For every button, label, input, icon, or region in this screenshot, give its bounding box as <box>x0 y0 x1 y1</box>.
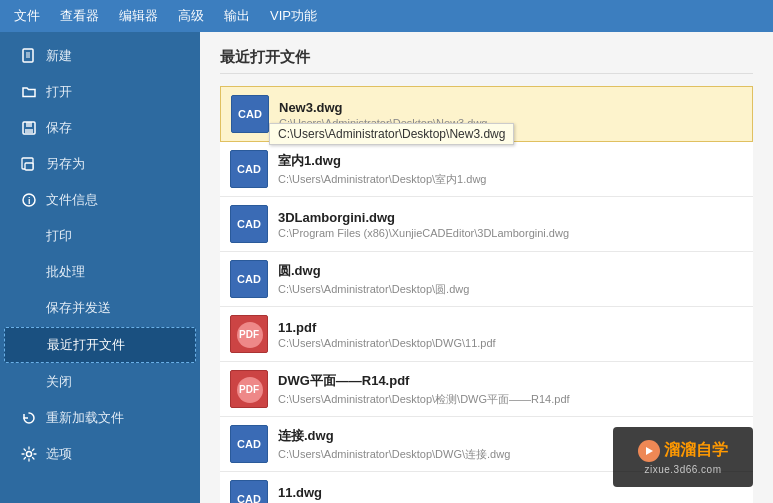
options-icon <box>20 445 38 463</box>
file-item-dwgpdf[interactable]: PDF DWG平面——R14.pdf C:\Users\Administrato… <box>220 362 753 417</box>
file-path-f6: C:\Users\Administrator\Desktop\检测\DWG平面—… <box>278 392 570 407</box>
cad-icon-f3: CAD <box>230 205 268 243</box>
file-path-f5: C:\Users\Administrator\Desktop\DWG\11.pd… <box>278 337 496 349</box>
close-icon <box>20 373 38 391</box>
watermark-url: zixue.3d66.com <box>644 464 721 475</box>
sidebar-label-open: 打开 <box>46 83 72 101</box>
sidebar-item-new[interactable]: 新建 <box>4 39 196 73</box>
file-info-f5: 11.pdf C:\Users\Administrator\Desktop\DW… <box>278 320 496 349</box>
sidebar-label-savesend: 保存并发送 <box>46 299 111 317</box>
sidebar-item-batch[interactable]: 批处理 <box>4 255 196 289</box>
sidebar-item-save[interactable]: 保存 <box>4 111 196 145</box>
file-name-f3: 3DLamborgini.dwg <box>278 210 569 225</box>
menu-bar: 文件 查看器 编辑器 高级 输出 VIP功能 <box>0 0 773 32</box>
sidebar-label-print: 打印 <box>46 227 72 245</box>
file-item-11pdf[interactable]: PDF 11.pdf C:\Users\Administrator\Deskto… <box>220 307 753 362</box>
cad-icon-f7: CAD <box>230 425 268 463</box>
svg-rect-6 <box>25 129 33 133</box>
file-info-f2: 室内1.dwg C:\Users\Administrator\Desktop\室… <box>278 152 486 187</box>
file-item-lamborgini[interactable]: CAD 3DLamborgini.dwg C:\Program Files (x… <box>220 197 753 252</box>
sidebar-label-new: 新建 <box>46 47 72 65</box>
sidebar-item-open[interactable]: 打开 <box>4 75 196 109</box>
sidebar: 新建 打开 保存 <box>0 32 200 503</box>
reload-icon <box>20 409 38 427</box>
content-title: 最近打开文件 <box>220 48 753 74</box>
file-tooltip-f1: C:\Users\Administrator\Desktop\New3.dwg <box>269 123 514 145</box>
menu-item-advanced[interactable]: 高级 <box>168 3 214 29</box>
cad-icon-f1: CAD <box>231 95 269 133</box>
sidebar-item-reload[interactable]: 重新加载文件 <box>4 401 196 435</box>
sidebar-item-fileinfo[interactable]: i 文件信息 <box>4 183 196 217</box>
file-item-new3[interactable]: CAD New3.dwg C:\Users\Administrator\Desk… <box>220 86 753 142</box>
sidebar-item-options[interactable]: 选项 <box>4 437 196 471</box>
recent-icon <box>21 336 39 354</box>
sidebar-label-save: 保存 <box>46 119 72 137</box>
svg-rect-8 <box>25 163 33 170</box>
file-name-f8: 11.dwg <box>278 485 501 500</box>
file-info-f3: 3DLamborgini.dwg C:\Program Files (x86)\… <box>278 210 569 239</box>
file-path-f7: C:\Users\Administrator\Desktop\DWG\连接.dw… <box>278 447 510 462</box>
pdf-label-f5: PDF <box>239 329 259 340</box>
sidebar-label-close: 关闭 <box>46 373 72 391</box>
file-item-indoor1[interactable]: CAD 室内1.dwg C:\Users\Administrator\Deskt… <box>220 142 753 197</box>
svg-point-11 <box>27 452 32 457</box>
pdf-icon-f5: PDF <box>230 315 268 353</box>
file-info-f6: DWG平面——R14.pdf C:\Users\Administrator\De… <box>278 372 570 407</box>
file-name-f1: New3.dwg <box>279 100 487 115</box>
batch-icon <box>20 263 38 281</box>
file-item-circle[interactable]: CAD 圆.dwg C:\Users\Administrator\Desktop… <box>220 252 753 307</box>
menu-item-editor[interactable]: 编辑器 <box>109 3 168 29</box>
main-layout: 新建 打开 保存 <box>0 32 773 503</box>
watermark-brand-text: 溜溜自学 <box>664 440 728 461</box>
open-icon <box>20 83 38 101</box>
saveas-icon <box>20 155 38 173</box>
new-icon <box>20 47 38 65</box>
menu-item-file[interactable]: 文件 <box>4 3 50 29</box>
cad-icon-f2: CAD <box>230 150 268 188</box>
cad-icon-f4: CAD <box>230 260 268 298</box>
pdf-label-f6: PDF <box>239 384 259 395</box>
cad-label: CAD <box>238 108 262 120</box>
file-info-f7: 连接.dwg C:\Users\Administrator\Desktop\DW… <box>278 427 510 462</box>
file-path-f4: C:\Users\Administrator\Desktop\圆.dwg <box>278 282 469 297</box>
file-name-f5: 11.pdf <box>278 320 496 335</box>
watermark-logo: 溜溜自学 <box>638 440 728 462</box>
file-path-f2: C:\Users\Administrator\Desktop\室内1.dwg <box>278 172 486 187</box>
watermark: 溜溜自学 zixue.3d66.com <box>613 427 753 487</box>
cad-label-f8: CAD <box>237 493 261 503</box>
svg-text:i: i <box>28 196 31 206</box>
svg-rect-5 <box>26 122 32 127</box>
menu-item-viewer[interactable]: 查看器 <box>50 3 109 29</box>
file-name-f4: 圆.dwg <box>278 262 469 280</box>
menu-item-output[interactable]: 输出 <box>214 3 260 29</box>
cad-icon-f8: CAD <box>230 480 268 503</box>
pdf-icon-f6: PDF <box>230 370 268 408</box>
file-name-f7: 连接.dwg <box>278 427 510 445</box>
sidebar-item-recent[interactable]: 最近打开文件 <box>4 327 196 363</box>
cad-label-f2: CAD <box>237 163 261 175</box>
file-name-f2: 室内1.dwg <box>278 152 486 170</box>
save-icon <box>20 119 38 137</box>
sidebar-label-batch: 批处理 <box>46 263 85 281</box>
sidebar-item-saveas[interactable]: 另存为 <box>4 147 196 181</box>
sidebar-label-saveas: 另存为 <box>46 155 85 173</box>
sidebar-label-recent: 最近打开文件 <box>47 336 125 354</box>
watermark-play-icon <box>638 440 660 462</box>
menu-item-vip[interactable]: VIP功能 <box>260 3 327 29</box>
content-area: 最近打开文件 CAD New3.dwg C:\Users\Administrat… <box>200 32 773 503</box>
file-info-f4: 圆.dwg C:\Users\Administrator\Desktop\圆.d… <box>278 262 469 297</box>
sidebar-item-savesend[interactable]: 保存并发送 <box>4 291 196 325</box>
cad-label-f4: CAD <box>237 273 261 285</box>
cad-label-f7: CAD <box>237 438 261 450</box>
sidebar-label-fileinfo: 文件信息 <box>46 191 98 209</box>
savesend-icon <box>20 299 38 317</box>
file-name-f6: DWG平面——R14.pdf <box>278 372 570 390</box>
sidebar-label-options: 选项 <box>46 445 72 463</box>
print-icon <box>20 227 38 245</box>
file-info-f8: 11.dwg C:\Users\Administrator\Desktop\DW… <box>278 485 501 504</box>
cad-label-f3: CAD <box>237 218 261 230</box>
info-icon: i <box>20 191 38 209</box>
sidebar-item-close[interactable]: 关闭 <box>4 365 196 399</box>
sidebar-label-reload: 重新加载文件 <box>46 409 124 427</box>
sidebar-item-print[interactable]: 打印 <box>4 219 196 253</box>
